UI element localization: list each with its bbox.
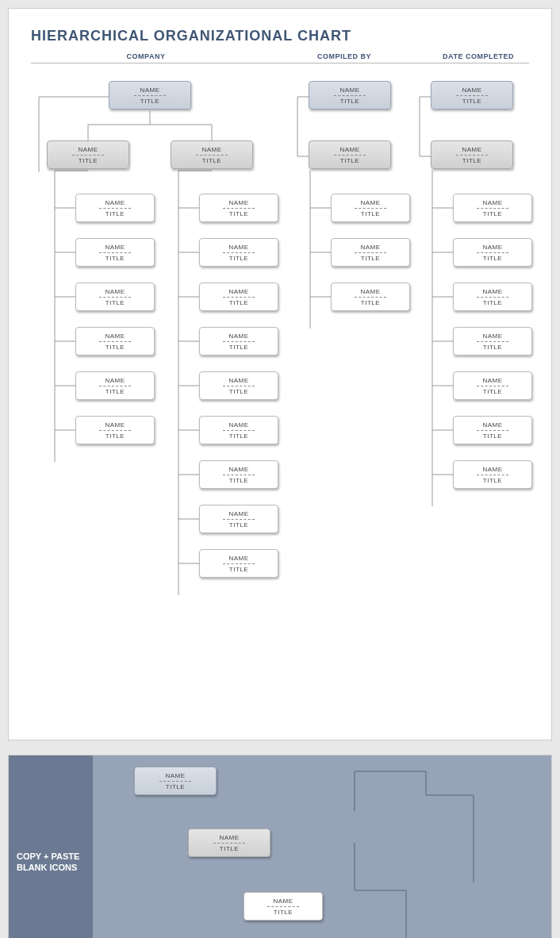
copy-paste-label: COPY + PASTE BLANK ICONS [9,755,93,938]
org-box-child[interactable]: NAMETITLE [75,238,155,267]
org-box-child[interactable]: NAMETITLE [199,238,278,267]
header-date-completed: DATE COMPLETED [428,52,529,60]
org-box-child[interactable]: NAMETITLE [75,194,155,222]
org-box-child[interactable]: NAMETITLE [331,238,410,267]
palette-box-white[interactable]: NAME TITLE [244,892,323,921]
org-box-child[interactable]: NAMETITLE [199,283,278,311]
connectors [31,81,529,724]
org-box-mid-2[interactable]: NAME TITLE [309,140,391,169]
copy-paste-area: NAME TITLE NAME TITLE NAME TITLE [93,755,551,938]
chart-area: NAME TITLE NAME TITLE NAME TITLE NAME TI… [31,81,529,724]
org-box-child[interactable]: NAMETITLE [75,371,155,400]
org-box-child[interactable]: NAMETITLE [199,460,278,489]
org-box-mid-3[interactable]: NAME TITLE [431,140,513,169]
org-box-child[interactable]: NAMETITLE [453,416,532,444]
org-box-child[interactable]: NAMETITLE [453,194,532,222]
org-chart-page: HIERARCHICAL ORGANIZATIONAL CHART COMPAN… [8,8,552,740]
org-box-top-2[interactable]: NAME TITLE [309,81,391,110]
org-box-top-3[interactable]: NAME TITLE [431,81,513,110]
org-box-mid-1b[interactable]: NAME TITLE [171,140,253,169]
org-box-child[interactable]: NAMETITLE [199,416,278,444]
palette-box-blue[interactable]: NAME TITLE [134,767,217,795]
org-box-child[interactable]: NAMETITLE [331,283,410,311]
org-box-child[interactable]: NAMETITLE [199,549,278,578]
org-box-child[interactable]: NAMETITLE [199,327,278,356]
org-box-child[interactable]: NAMETITLE [453,327,532,356]
org-box-child[interactable]: NAMETITLE [199,371,278,400]
org-box-child[interactable]: NAMETITLE [75,283,155,311]
org-box-child[interactable]: NAMETITLE [453,283,532,311]
header-row: COMPANY COMPILED BY DATE COMPLETED [31,52,529,63]
org-box-mid-1a[interactable]: NAME TITLE [47,140,129,169]
org-box-top-1[interactable]: NAME TITLE [109,81,191,110]
org-box-child[interactable]: NAMETITLE [75,416,155,444]
org-box-child[interactable]: NAMETITLE [453,238,532,267]
page-title: HIERARCHICAL ORGANIZATIONAL CHART [31,28,529,44]
org-box-child[interactable]: NAMETITLE [75,327,155,356]
org-box-child[interactable]: NAMETITLE [453,460,532,489]
org-box-child[interactable]: NAMETITLE [331,194,410,222]
palette-box-grey[interactable]: NAME TITLE [188,828,270,857]
org-box-child[interactable]: NAMETITLE [199,194,278,222]
copy-paste-panel: COPY + PASTE BLANK ICONS NAME TITLE NAME… [8,755,552,938]
header-compiled-by: COMPILED BY [261,52,428,60]
org-box-child[interactable]: NAMETITLE [199,505,278,533]
header-company: COMPANY [31,52,261,60]
org-box-child[interactable]: NAMETITLE [453,371,532,400]
